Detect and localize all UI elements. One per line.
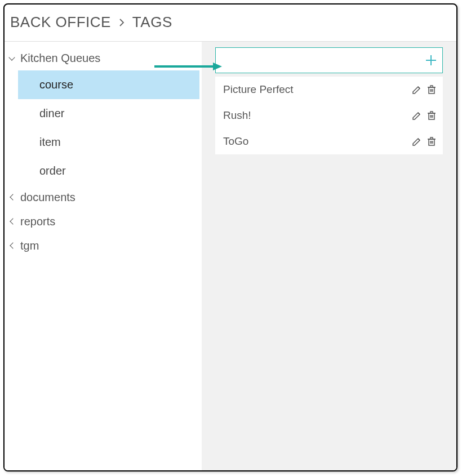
sidebar-item-label: course: [39, 78, 73, 91]
chevron-right-icon: [118, 15, 126, 30]
tag-label: ToGo: [223, 135, 411, 148]
breadcrumb-root[interactable]: BACK OFFICE: [10, 14, 111, 31]
tag-row: ToGo: [215, 128, 443, 154]
trash-icon[interactable]: [426, 110, 437, 121]
chevron-left-icon: [8, 194, 16, 202]
sidebar: Kitchen Queues course diner item order d…: [5, 42, 202, 470]
pencil-icon[interactable]: [411, 84, 423, 95]
main-panel: Picture Perfect Rush!: [202, 42, 456, 470]
chevron-left-icon: [8, 242, 16, 250]
sidebar-group-label: tgm: [20, 239, 39, 252]
sidebar-group-label: reports: [20, 215, 55, 228]
sidebar-item-diner[interactable]: diner: [18, 99, 199, 128]
tag-label: Picture Perfect: [223, 83, 411, 96]
sidebar-item-label: order: [39, 164, 66, 177]
breadcrumb: BACK OFFICE TAGS: [5, 5, 456, 41]
sidebar-item-order[interactable]: order: [18, 157, 199, 185]
pencil-icon[interactable]: [411, 110, 423, 121]
sidebar-group-documents[interactable]: documents: [5, 185, 199, 210]
sidebar-item-item[interactable]: item: [18, 128, 199, 157]
chevron-left-icon: [8, 218, 16, 226]
sidebar-item-course[interactable]: course: [18, 70, 199, 99]
sidebar-group-kitchen-queues[interactable]: Kitchen Queues: [5, 46, 199, 70]
chevron-down-icon: [8, 55, 16, 63]
tag-row: Picture Perfect: [215, 77, 443, 103]
plus-icon[interactable]: [425, 55, 437, 66]
sidebar-item-label: diner: [39, 107, 64, 119]
sidebar-item-label: item: [39, 136, 61, 148]
tag-row: Rush!: [215, 103, 443, 128]
sidebar-group-label: documents: [20, 191, 75, 204]
breadcrumb-current: TAGS: [132, 14, 172, 31]
sidebar-group-label: Kitchen Queues: [20, 52, 100, 65]
pencil-icon[interactable]: [411, 136, 423, 147]
tag-label: Rush!: [223, 109, 411, 122]
trash-icon[interactable]: [426, 84, 437, 95]
sidebar-group-reports[interactable]: reports: [5, 210, 199, 234]
add-tag-input[interactable]: [224, 55, 425, 66]
add-tag-row: [215, 47, 443, 73]
trash-icon[interactable]: [426, 136, 437, 147]
sidebar-group-tgm[interactable]: tgm: [5, 234, 199, 258]
tag-list: Picture Perfect Rush!: [215, 77, 443, 154]
